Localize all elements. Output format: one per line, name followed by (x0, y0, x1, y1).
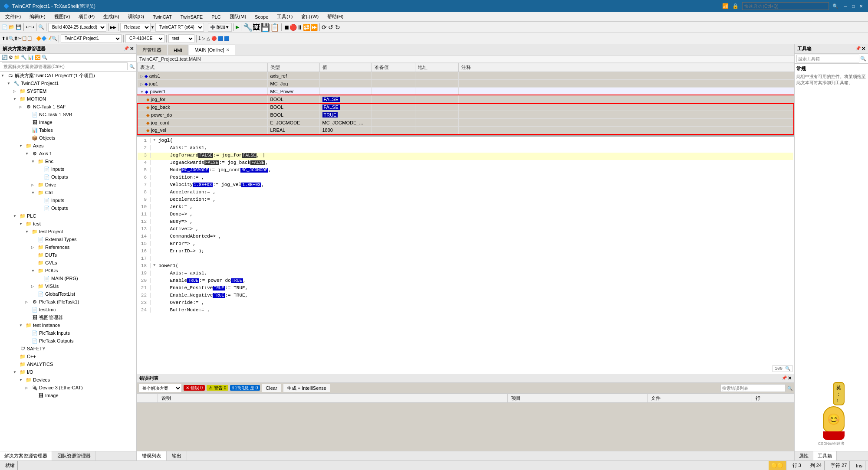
toolbox-pin-icon[interactable]: 📌 (855, 46, 861, 52)
zoom-icon[interactable]: 🔍 (785, 366, 790, 371)
minimize-button[interactable]: ─ (842, 3, 849, 10)
error-panel-close-icon[interactable]: ✕ (788, 375, 792, 381)
menu-team[interactable]: 团队(M) (226, 13, 250, 21)
menu-view[interactable]: 视图(V) (51, 13, 74, 21)
bottom-tab-errors[interactable]: 错误列表 (137, 451, 167, 460)
var-row-jog-cont[interactable]: ◆ jog_cont E_JOGMODE MC_JOGMODE_... (137, 119, 794, 127)
right-tab-properties[interactable]: 属性 (795, 451, 813, 460)
var-row-jog-back[interactable]: ◆ jog_back BOOL FALSE (137, 103, 794, 111)
maximize-button[interactable]: □ (850, 3, 857, 10)
tree-project[interactable]: ▼ 🔧 TwinCAT Project1 (0, 79, 136, 87)
tree-viewmgr[interactable]: 🖼 视图管理器 (0, 313, 136, 321)
menu-plc[interactable]: PLC (208, 13, 224, 20)
menu-file[interactable]: 文件(F) (2, 13, 24, 21)
tree-test[interactable]: ▼ 📁 test (0, 220, 136, 228)
runtime-dropdown[interactable]: TwinCAT RT (x64) (155, 23, 204, 32)
tree-test-instance[interactable]: ▼ 📁 test Instance (0, 321, 136, 329)
var-row-jog1[interactable]: ▷ ◆ jog1 MC_Jog (137, 80, 794, 88)
build-config-dropdown[interactable]: Build 4024.25 (Loaded) (48, 23, 106, 32)
tree-globaltextlist[interactable]: 📄 GlobalTextList (0, 290, 136, 298)
toolbar-icon-redo[interactable]: ↪ (30, 24, 34, 30)
tree-analytics[interactable]: 📁 ANALYTICS (0, 360, 136, 368)
tree-testtmc[interactable]: 📄 test.tmc (0, 306, 136, 313)
menu-twinsafe[interactable]: TwinSAFE (177, 13, 206, 20)
tab-close-icon[interactable]: ✕ (226, 48, 230, 52)
device-dropdown[interactable]: CP-4104CE (125, 34, 164, 43)
tree-plctask-outputs[interactable]: 📄 PlcTask Outputs (0, 337, 136, 345)
menu-project[interactable]: 项目(P) (75, 13, 98, 21)
error-scope-dropdown[interactable]: 整个解决方案 (138, 384, 182, 392)
tree-enc-outputs[interactable]: 📄 Outputs (0, 173, 136, 181)
tree-references[interactable]: ▷ 📁 References (0, 243, 136, 251)
sidebar-pin-icon[interactable]: 📌 (124, 46, 129, 52)
tree-plctask-inputs[interactable]: 📄 PlcTask Inputs (0, 329, 136, 337)
add-button[interactable]: ➕ 附加▼ (208, 23, 232, 32)
project-dropdown[interactable]: TwinCAT Project1 (61, 34, 122, 43)
tree-enc-inputs[interactable]: 📄 Inputs (0, 165, 136, 173)
menu-tools[interactable]: 工具(T) (273, 13, 296, 21)
sf-tab-solution[interactable]: 解决方案资源管理器 (0, 451, 52, 460)
toolbox-close-icon[interactable]: ✕ (861, 46, 865, 52)
tree-safety[interactable]: 🛡 SAFETY (0, 345, 136, 352)
tree-solution[interactable]: ▼ 🗂 解决方案'TwinCAT Project1'(1 个项目) (0, 72, 136, 79)
tree-ctrl[interactable]: ▼ 📁 Ctrl (0, 189, 136, 196)
menu-help[interactable]: 帮助(H) (324, 13, 347, 21)
toolbar-icon-play[interactable]: ▶ (236, 24, 239, 30)
tree-ctrl-outputs[interactable]: 📄 Outputs (0, 204, 136, 212)
tree-duts[interactable]: 📁 DUTs (0, 251, 136, 259)
tree-devices[interactable]: ▼ 📁 Devices (0, 376, 136, 384)
var-row-power1[interactable]: ▼ ◆ power1 MC_Power (137, 88, 794, 95)
error-search-input[interactable] (720, 384, 786, 392)
tree-external-types[interactable]: 📄 External Types (0, 235, 136, 243)
tree-device-image[interactable]: 🖼 Image (0, 392, 136, 399)
tree-tables[interactable]: 📊 Tables (0, 126, 136, 134)
var-row-jog-vel[interactable]: ◆ jog_vel LREAL 1800 (137, 127, 794, 134)
var-row-power-do[interactable]: ◆ power_do BOOL TRUE (137, 111, 794, 119)
sidebar-close-icon[interactable]: ✕ (130, 46, 134, 52)
tree-io[interactable]: ▼ 📁 I/O (0, 368, 136, 376)
tree-gvls[interactable]: 📁 GVLs (0, 259, 136, 267)
tree-axis1[interactable]: ▼ ⚙ Axis 1 (0, 150, 136, 157)
clear-button[interactable]: Clear (262, 384, 281, 392)
menu-build[interactable]: 生成(B) (100, 13, 123, 21)
menu-window[interactable]: 窗口(W) (298, 13, 322, 21)
tab-library[interactable]: 库管理器 (137, 45, 167, 55)
solution-tree[interactable]: ▼ 🗂 解决方案'TwinCAT Project1'(1 个项目) ▼ 🔧 Tw… (0, 72, 136, 451)
tree-pous[interactable]: ▼ 📁 POUs (0, 267, 136, 274)
toolbar-icon-undo[interactable]: ↩ (26, 24, 30, 30)
tree-main[interactable]: 📄 MAIN (PRG) (0, 274, 136, 282)
sidebar-search-input[interactable] (2, 62, 128, 70)
tree-device3[interactable]: ▷ 🔌 Device 3 (EtherCAT) (0, 384, 136, 392)
menu-twincat[interactable]: TwinCAT (149, 13, 175, 20)
tree-plc[interactable]: ▼ 📁 PLC (0, 212, 136, 220)
toolbox-search-input[interactable] (796, 55, 859, 62)
tree-image1[interactable]: 🖼 Image (0, 118, 136, 126)
release-dropdown[interactable]: Release (120, 23, 151, 32)
error-panel-pin-icon[interactable]: 📌 (782, 375, 787, 381)
tab-main-online[interactable]: MAIN [Online] ✕ (189, 45, 235, 55)
menu-debug[interactable]: 调试(D) (125, 13, 148, 21)
tree-nc-svb[interactable]: 📄 NC-Task 1 SVB (0, 111, 136, 118)
tree-drive[interactable]: ▷ 📁 Drive (0, 181, 136, 189)
tree-plctask[interactable]: ▷ ⚙ PlcTask (PlcTask1) (0, 298, 136, 306)
expand-icon[interactable]: ▼ (153, 138, 158, 142)
code-editor[interactable]: 1 ▼ jogl( 2 Axis:= axis1, 3 JogForwardFA… (137, 137, 794, 374)
tree-enc[interactable]: ▼ 📁 Enc (0, 157, 136, 165)
bottom-tab-output[interactable]: 输出 (167, 451, 187, 460)
close-button[interactable]: ✕ (858, 3, 865, 10)
expand-icon[interactable]: ▷ (140, 82, 143, 86)
expand-icon[interactable]: ▼ (153, 263, 158, 268)
menu-scope[interactable]: Scope (251, 13, 272, 20)
tree-cpp[interactable]: 📁 C++ (0, 352, 136, 360)
tree-objects[interactable]: 📦 Objects (0, 134, 136, 142)
task-dropdown[interactable]: test (168, 34, 194, 43)
var-row-axis1[interactable]: ▷ ◆ axis1 axis_ref (137, 72, 794, 80)
tree-ctrl-inputs[interactable]: 📄 Inputs (0, 196, 136, 204)
menu-edit[interactable]: 编辑(E) (26, 13, 49, 21)
tree-motion[interactable]: ▼ 📁 MOTION (0, 95, 136, 103)
right-tab-toolbox[interactable]: 工具箱 (813, 451, 837, 460)
tree-nc-task[interactable]: ▷ ⚙ NC-Task 1 SAF (0, 103, 136, 111)
tab-hmi[interactable]: HMI (168, 45, 188, 55)
quick-search-input[interactable] (742, 2, 829, 10)
var-row-jog-for[interactable]: ◆ jog_for BOOL FALSE (137, 95, 794, 103)
